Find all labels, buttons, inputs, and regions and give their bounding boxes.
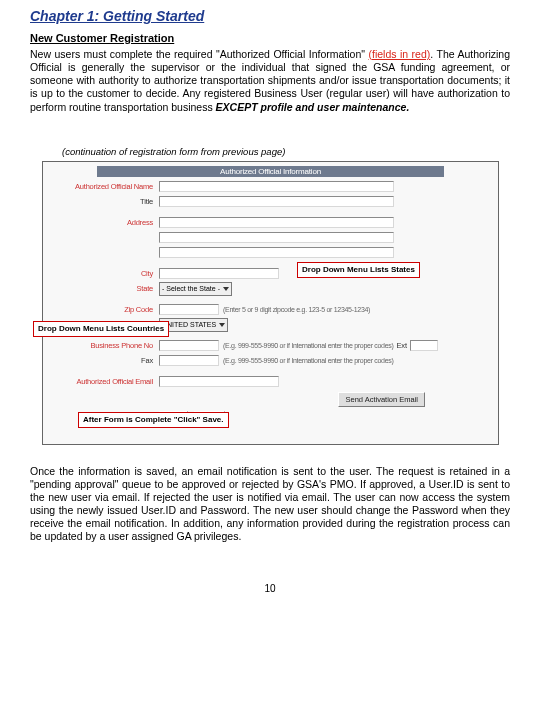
label-state: State [43,284,159,293]
ext-field[interactable] [410,340,438,351]
closing-paragraph: Once the information is saved, an email … [30,465,510,544]
fax-field[interactable] [159,355,219,366]
label-ext: Ext [394,341,410,350]
label-title: Title [43,197,159,206]
address-field-2[interactable] [159,232,394,243]
callout-save-text: After Form is Complete "Click" Save. [83,415,224,424]
label-city: City [43,269,159,278]
callout-states-text: Drop Down Menu Lists States [302,265,415,274]
name-field[interactable] [159,181,394,192]
fields-in-red: (fields in red) [368,48,430,60]
callout-countries: Drop Down Menu Lists Countries [33,321,169,338]
zip-hint: (Enter 5 or 9 digit zipcode e.g. 123-5 o… [223,306,370,313]
phone-hint: (E.g. 999-555-9990 or if International e… [223,342,394,349]
callout-save: After Form is Complete "Click" Save. [78,412,229,429]
registration-form-screenshot: Authorized Official Information Authoriz… [42,161,499,445]
label-zip: Zip Code [43,305,159,314]
label-phone: Business Phone No [43,341,159,350]
page-number: 10 [30,583,510,594]
continuation-note: (continuation of registration form from … [62,146,510,157]
intro-paragraph: New users must complete the required "Au… [30,48,510,114]
country-select[interactable]: UNITED STATES [159,318,228,332]
fax-hint: (E.g. 999-555-9990 or if International e… [223,357,394,364]
city-field[interactable] [159,268,279,279]
label-address: Address [43,218,159,227]
label-email: Authorized Official Email [43,377,159,386]
state-select-value: - Select the State - [162,284,220,294]
label-fax: Fax [43,356,159,365]
chevron-down-icon [219,323,225,327]
chevron-down-icon [223,287,229,291]
phone-field[interactable] [159,340,219,351]
send-activation-email-button[interactable]: Send Activation Email [338,392,425,407]
email-field[interactable] [159,376,279,387]
state-select[interactable]: - Select the State - [159,282,232,296]
callout-countries-text: Drop Down Menu Lists Countries [38,324,164,333]
title-field[interactable] [159,196,394,207]
chapter-title: Chapter 1: Getting Started [30,8,510,24]
address-field-3[interactable] [159,247,394,258]
intro-text-a: New users must complete the required "Au… [30,48,368,60]
country-select-value: UNITED STATES [162,320,216,330]
label-name: Authorized Official Name [43,182,159,191]
callout-states: Drop Down Menu Lists States [297,262,420,279]
zip-field[interactable] [159,304,219,315]
address-field-1[interactable] [159,217,394,228]
except-clause: EXCEPT profile and user maintenance. [216,101,410,113]
section-title: New Customer Registration [30,32,510,44]
form-section-header: Authorized Official Information [97,166,444,177]
